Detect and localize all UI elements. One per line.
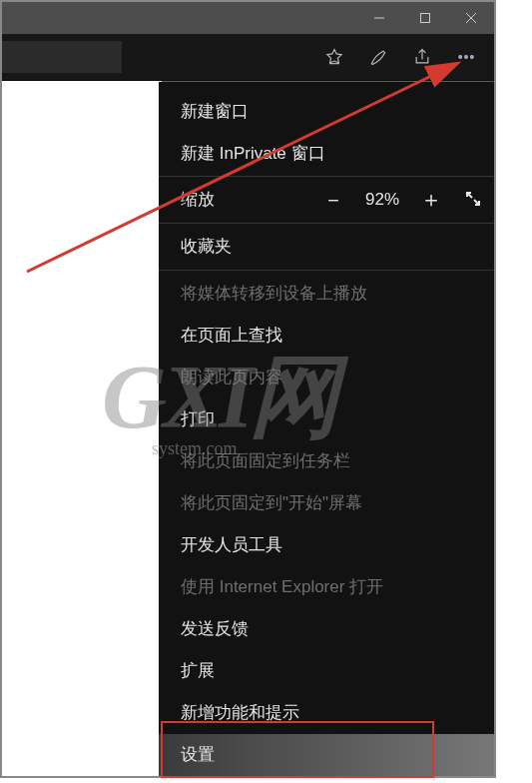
star-icon xyxy=(324,47,344,67)
svg-rect-1 xyxy=(421,14,430,23)
menu-extensions[interactable]: 扩展 xyxy=(159,650,494,692)
more-button[interactable] xyxy=(444,35,488,79)
zoom-value: 92% xyxy=(354,190,410,210)
menu-separator xyxy=(159,176,494,177)
menu-print[interactable]: 打印 xyxy=(159,398,494,440)
share-button[interactable] xyxy=(400,35,444,79)
menu-open-ie: 使用 Internet Explorer 打开 xyxy=(159,566,494,608)
minimize-icon xyxy=(373,12,385,24)
minimize-button[interactable] xyxy=(356,2,402,34)
svg-point-7 xyxy=(471,56,474,59)
share-icon xyxy=(412,47,432,67)
content-area: 新建窗口 新建 InPrivate 窗口 缩放 － 92% ＋ 收藏夹 将媒体转… xyxy=(2,82,494,776)
menu-new-inprivate[interactable]: 新建 InPrivate 窗口 xyxy=(159,132,494,174)
menu-devtools[interactable]: 开发人员工具 xyxy=(159,524,494,566)
menu-new-window[interactable]: 新建窗口 xyxy=(159,90,494,132)
svg-point-5 xyxy=(459,56,462,59)
favorites-button[interactable] xyxy=(312,35,356,79)
menu-separator xyxy=(159,223,494,224)
menu-settings[interactable]: 设置 xyxy=(159,734,494,776)
zoom-out-button[interactable]: － xyxy=(312,185,354,215)
svg-point-6 xyxy=(465,56,468,59)
menu-pin-start: 将此页固定到"开始"屏幕 xyxy=(159,482,494,524)
page-body xyxy=(2,82,159,776)
zoom-label: 缩放 xyxy=(181,188,215,211)
app-window: 新建窗口 新建 InPrivate 窗口 缩放 － 92% ＋ 收藏夹 将媒体转… xyxy=(0,0,496,778)
pen-icon xyxy=(368,47,388,67)
maximize-button[interactable] xyxy=(402,2,448,34)
maximize-icon xyxy=(419,12,431,24)
address-bar[interactable] xyxy=(2,41,122,73)
zoom-in-button[interactable]: ＋ xyxy=(410,185,452,215)
menu-cast: 将媒体转移到设备上播放 xyxy=(159,273,494,315)
titlebar xyxy=(2,2,494,34)
browser-toolbar xyxy=(2,34,494,81)
fullscreen-icon xyxy=(465,191,481,207)
more-icon xyxy=(456,47,476,67)
menu-favorites[interactable]: 收藏夹 xyxy=(159,226,494,268)
close-button[interactable] xyxy=(448,2,494,34)
menu-find[interactable]: 在页面上查找 xyxy=(159,315,494,357)
close-icon xyxy=(465,12,477,24)
notes-button[interactable] xyxy=(356,35,400,79)
menu-whatsnew[interactable]: 新增功能和提示 xyxy=(159,692,494,734)
menu-zoom: 缩放 － 92% ＋ xyxy=(159,179,494,221)
menu-read-aloud: 朗读此页内容 xyxy=(159,357,494,398)
fullscreen-button[interactable] xyxy=(452,187,494,213)
menu-feedback[interactable]: 发送反馈 xyxy=(159,608,494,650)
more-menu: 新建窗口 新建 InPrivate 窗口 缩放 － 92% ＋ 收藏夹 将媒体转… xyxy=(159,82,494,776)
menu-separator xyxy=(159,270,494,271)
menu-pin-taskbar: 将此页面固定到任务栏 xyxy=(159,440,494,482)
